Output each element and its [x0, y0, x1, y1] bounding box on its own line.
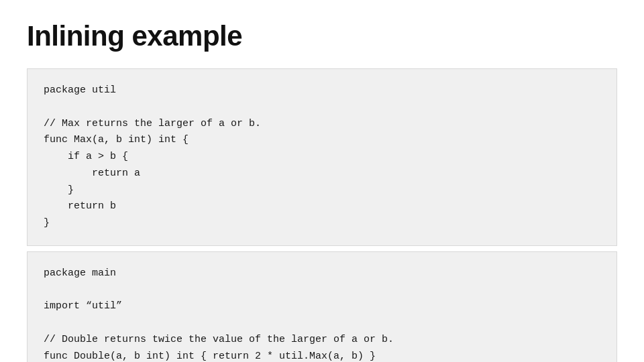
- page-title: Inlining example: [27, 20, 617, 52]
- code-block-util: package util // Max returns the larger o…: [27, 68, 617, 246]
- code-block-main: package main import “util” // Double ret…: [27, 251, 617, 362]
